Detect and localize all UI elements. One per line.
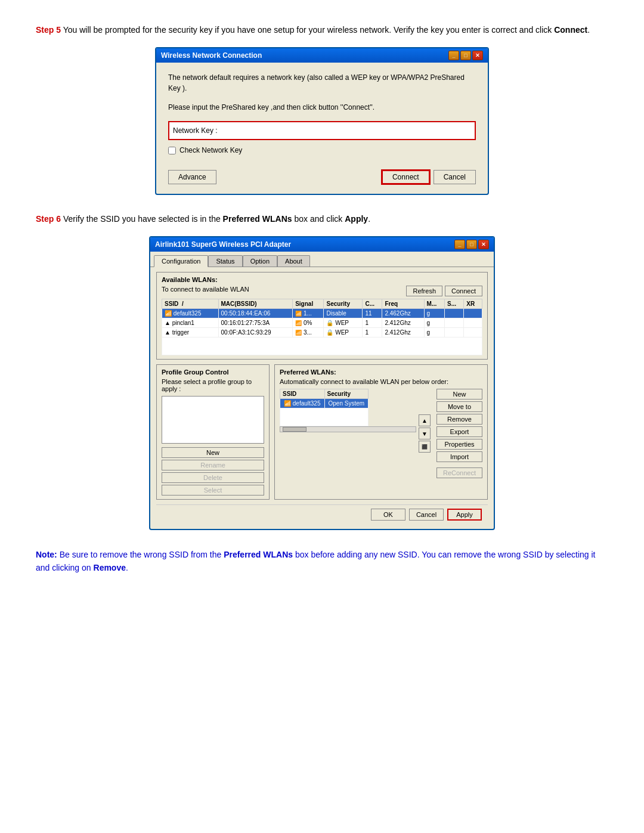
step5-paragraph: Step 5 You will be prompted for the secu… xyxy=(36,24,608,36)
scrollbar-thumb xyxy=(283,427,306,432)
wireless-network-connection-dialog: Wireless Network Connection _ □ ✕ The ne… xyxy=(155,47,489,195)
profile-delete-btn[interactable]: Delete xyxy=(162,472,264,483)
preferred-row-default325[interactable]: 📶 default325 Open System xyxy=(280,399,369,408)
dialog1-cancel-btn[interactable]: Cancel xyxy=(434,170,476,184)
preferred-import-btn[interactable]: Import xyxy=(436,451,482,462)
step5-label: Step 5 xyxy=(36,25,61,35)
bottom-sections: Profile Group Control Please select a pr… xyxy=(156,364,488,500)
dialog1-advance-btn[interactable]: Advance xyxy=(168,170,216,184)
move-up-btn[interactable]: ▲ xyxy=(419,414,431,426)
profile-group-box: Profile Group Control Please select a pr… xyxy=(156,364,270,500)
network-key-row: Network Key : xyxy=(168,121,476,140)
tab-configuration[interactable]: Configuration xyxy=(154,255,208,267)
step5-connect-bold: Connect xyxy=(554,25,587,35)
wlan-ssid-3: ▲ trigger xyxy=(162,328,219,337)
dialog1-title: Wireless Network Connection xyxy=(161,51,262,60)
profile-select-btn[interactable]: Select xyxy=(162,485,264,496)
wlan-xr-2 xyxy=(464,318,482,328)
preferred-new-btn[interactable]: New xyxy=(436,389,482,400)
available-connect-btn[interactable]: Connect xyxy=(445,286,482,296)
dialog1-maximize-btn[interactable]: □ xyxy=(460,51,471,60)
dialog1-title-buttons: _ □ ✕ xyxy=(448,51,483,60)
col-s: S... xyxy=(445,299,464,309)
wlan-row-pinclan1[interactable]: ▲ pinclan1 00:16:01:27:75:3A 📶 0% 🔒 WEP … xyxy=(162,318,482,328)
tab-about[interactable]: About xyxy=(277,255,310,267)
step6-label: Step 6 xyxy=(36,214,61,224)
tab-option[interactable]: Option xyxy=(243,255,277,267)
pref-ssid-1: 📶 default325 xyxy=(280,399,325,408)
wlan-row-default325[interactable]: 📶 default325 00:50:18:44:EA:06 📶 1... Di… xyxy=(162,309,482,318)
network-key-input[interactable] xyxy=(227,125,471,137)
profile-group-label: Profile Group Control xyxy=(162,368,264,376)
adapter-minimize-btn[interactable]: _ xyxy=(454,240,465,249)
preferred-label: Preferred WLANs: xyxy=(280,368,482,376)
adapter-titlebar: Airlink101 SuperG Wireless PCI Adapter _… xyxy=(150,237,494,252)
move-down-btn[interactable]: ▼ xyxy=(419,428,431,439)
wlan-c-3: 1 xyxy=(363,328,382,337)
wlan-s-1 xyxy=(445,309,464,318)
move-link-btn[interactable]: ⬛ xyxy=(419,441,431,453)
dialog1-close-btn[interactable]: ✕ xyxy=(472,51,483,60)
tab-status[interactable]: Status xyxy=(208,255,242,267)
adapter-cancel-btn[interactable]: Cancel xyxy=(409,509,444,521)
wlan-table: SSID / MAC(BSSID) Signal Security C... F… xyxy=(162,299,482,355)
preferred-properties-btn[interactable]: Properties xyxy=(436,439,482,450)
dialog1-titlebar: Wireless Network Connection _ □ ✕ xyxy=(156,48,488,63)
wlan-mac-1: 00:50:18:44:EA:06 xyxy=(218,309,293,318)
preferred-export-btn[interactable]: Export xyxy=(436,426,482,437)
wlan-security-1: Disable xyxy=(324,309,363,318)
wlan-freq-1: 2.462Ghz xyxy=(382,309,424,318)
dialog1-buttons: Advance Connect Cancel xyxy=(168,165,476,184)
preferred-scrollbar-h[interactable] xyxy=(280,426,416,432)
wlan-row-trigger[interactable]: ▲ trigger 00:0F:A3:1C:93:29 📶 3... 🔒 WEP… xyxy=(162,328,482,337)
step5-period: . xyxy=(587,25,590,35)
wlan-xr-1 xyxy=(464,309,482,318)
check-network-key-checkbox[interactable] xyxy=(168,147,176,154)
note-text1: Be sure to remove the wrong SSID from th… xyxy=(57,550,224,559)
profile-rename-btn[interactable]: Rename xyxy=(162,460,264,470)
col-ssid: SSID / xyxy=(162,299,219,309)
adapter-title-buttons: _ □ ✕ xyxy=(454,240,489,249)
adapter-dialog: Airlink101 SuperG Wireless PCI Adapter _… xyxy=(149,236,495,530)
check-network-key-row: Check Network Key xyxy=(168,146,476,154)
dialog1-message1: The network default requires a network k… xyxy=(168,72,476,94)
note-paragraph: Note: Be sure to remove the wrong SSID f… xyxy=(36,548,608,575)
wlan-security-3: 🔒 WEP xyxy=(324,328,363,337)
wlan-security-2: 🔒 WEP xyxy=(324,318,363,328)
adapter-ok-btn[interactable]: OK xyxy=(371,509,405,521)
wlan-freq-2: 2.412Ghz xyxy=(382,318,424,328)
col-xr: XR xyxy=(464,299,482,309)
col-signal: Signal xyxy=(293,299,324,309)
dialog1-minimize-btn[interactable]: _ xyxy=(448,51,459,60)
col-security: Security xyxy=(324,299,363,309)
connect-instruction: To connect to available WLAN xyxy=(162,286,249,293)
dialog1-connect-btn[interactable]: Connect xyxy=(382,170,430,184)
preferred-table: SSID Security 📶 default325 Open System xyxy=(280,389,369,426)
dialog1-body: The network default requires a network k… xyxy=(156,63,488,194)
profile-group-sub: Please select a profile group to apply : xyxy=(162,378,264,392)
pref-col-security: Security xyxy=(324,389,369,399)
preferred-empty-row xyxy=(280,408,369,426)
preferred-move-to-btn[interactable]: Move to xyxy=(436,401,482,412)
note-label: Note: xyxy=(36,550,57,559)
available-wlans-label: Available WLANs: xyxy=(162,276,482,283)
adapter-apply-btn[interactable]: Apply xyxy=(447,509,482,521)
wlan-m-2: g xyxy=(424,318,444,328)
step6-period: . xyxy=(368,214,370,224)
profile-new-btn[interactable]: New xyxy=(162,447,264,458)
wlan-c-2: 1 xyxy=(363,318,382,328)
preferred-remove-btn[interactable]: Remove xyxy=(436,414,482,425)
refresh-btn[interactable]: Refresh xyxy=(406,286,442,296)
dialog1-message2: Please input the PreShared key ,and then… xyxy=(168,102,476,113)
adapter-footer: OK Cancel Apply xyxy=(156,504,488,524)
wlan-s-3 xyxy=(445,328,464,337)
preferred-reconnect-btn[interactable]: ReConnect xyxy=(436,467,482,478)
adapter-close-btn[interactable]: ✕ xyxy=(478,240,489,249)
adapter-maximize-btn[interactable]: □ xyxy=(466,240,477,249)
tabs-row: Configuration Status Option About xyxy=(150,252,494,267)
network-key-label: Network Key : xyxy=(173,126,227,135)
preferred-table-container: SSID Security 📶 default325 Open System xyxy=(280,389,416,478)
wlan-empty-row xyxy=(162,337,482,355)
step5-text: You will be prompted for the security ke… xyxy=(61,25,554,35)
col-m: M... xyxy=(424,299,444,309)
